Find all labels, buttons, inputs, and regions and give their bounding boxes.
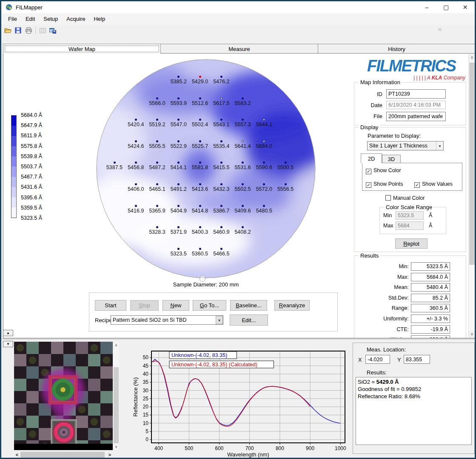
tab-label: History	[388, 46, 405, 52]
tab-wafer-map[interactable]: Wafer Map	[3, 44, 161, 54]
main-tabs: Wafer Map Measure History	[3, 44, 476, 54]
tagline-bars: | | | | |	[413, 75, 426, 81]
wafer-map-image[interactable]	[27, 56, 325, 286]
map-date-input	[386, 101, 446, 109]
tab-2d-label: 2D	[368, 156, 375, 162]
new-button[interactable]: New	[162, 300, 189, 311]
svg-text:Unknown-(-4.02, 83.35): Unknown-(-4.02, 83.35)	[171, 352, 227, 358]
display-group: Display Parameter to Display: Site 1 Lay…	[354, 127, 466, 252]
menu-acquire[interactable]: Acquire	[62, 14, 89, 24]
menu-file[interactable]: File	[4, 14, 21, 24]
camera-vscrollbar[interactable]: ∧ ∨	[113, 342, 119, 450]
parameter-dropdown[interactable]: Site 1 Layer 1 Thickness ▾	[367, 141, 444, 150]
measurement-results-text[interactable]: SiO2 = 5429.0 Å Goodness of fit = 0.9985…	[356, 377, 472, 445]
maximize-icon[interactable]: ▢	[436, 1, 456, 13]
result-label: Std.Dev:	[354, 295, 409, 301]
show-color-option[interactable]: ✓Show Color	[366, 167, 401, 174]
menu-edit[interactable]: Edit	[21, 14, 39, 24]
result-line-gof: Goodness of fit = 0.99852	[358, 385, 470, 393]
scrollbar-thumb[interactable]	[469, 62, 475, 265]
result-value-field[interactable]	[411, 294, 450, 302]
min-label: Min	[383, 212, 392, 218]
result-value-field[interactable]	[411, 314, 450, 323]
recipe-dropdown[interactable]: Pattern Scaled SiO2 on Si TBD ▾	[111, 315, 223, 325]
result-label: Min:	[354, 264, 409, 269]
map-information-title: Map Information	[359, 79, 402, 85]
tagline-suffix: Company	[444, 75, 465, 81]
tab-3d[interactable]: 3D	[382, 155, 401, 163]
scroll-up-icon[interactable]: ∧	[469, 54, 475, 61]
scroll-left-icon[interactable]: <	[14, 451, 20, 458]
checkbox-checked-icon[interactable]: ✓	[366, 182, 371, 188]
tagline-kla: KLA	[432, 75, 442, 81]
meas-location-title: Meas. Location:	[367, 346, 406, 353]
result-value-field[interactable]	[411, 262, 450, 271]
scroll-down-icon[interactable]: ∨	[469, 331, 475, 337]
edit-recipe-button[interactable]: Edit...	[230, 314, 268, 326]
result-row: Std.Dev:	[354, 294, 466, 303]
go-to-button[interactable]: Go To...	[193, 300, 226, 311]
result-value-field[interactable]	[411, 335, 450, 338]
menu-setup[interactable]: Setup	[39, 14, 62, 24]
scroll-up-icon[interactable]: ∧	[113, 342, 119, 348]
minimize-icon[interactable]: –	[417, 1, 436, 13]
chevron-down-icon: ▾	[216, 316, 223, 324]
svg-text:500: 500	[185, 445, 193, 451]
result-value-field[interactable]	[411, 304, 450, 312]
manual-color-option[interactable]: Manual Color	[385, 195, 425, 201]
scrollbar-thumb[interactable]	[20, 452, 105, 458]
parameter-value: Site 1 Layer 1 Thickness	[368, 143, 436, 149]
reanalyze-button[interactable]: Reanalyze	[274, 300, 310, 311]
wafer-notch	[200, 276, 205, 282]
reflectance-chart: 4005006007008009001000051015202530354045…	[132, 347, 348, 458]
svg-text:10: 10	[143, 420, 149, 426]
result-line-ratio: Reflectance Ratio: 8.68%	[358, 393, 470, 400]
tab-2d[interactable]: 2D	[361, 153, 382, 163]
show-values-option[interactable]: ✓Show Values	[414, 181, 453, 188]
result-value-field[interactable]	[411, 273, 450, 281]
replot-button[interactable]: Replot	[395, 238, 428, 249]
menu-help[interactable]: Help	[89, 14, 109, 24]
svg-text:Reflectance (%): Reflectance (%)	[132, 377, 139, 416]
show-points-option[interactable]: ✓Show Points	[366, 181, 403, 188]
checkbox-checked-icon[interactable]: ✓	[414, 182, 420, 188]
scroll-right-icon[interactable]: >	[107, 451, 113, 458]
baseline-button[interactable]: Baseline...	[230, 300, 267, 311]
save-icon[interactable]	[13, 26, 23, 35]
result-label: Max:	[354, 274, 409, 280]
app-icon	[6, 4, 12, 11]
tab-history[interactable]: History	[318, 44, 476, 54]
start-button[interactable]: Start	[95, 300, 126, 311]
scrollbar-thumb[interactable]	[114, 367, 119, 444]
map-id-input[interactable]	[386, 89, 446, 99]
y-coordinate-input[interactable]	[404, 355, 430, 364]
result-line-sio2: SiO2 = 5429.0 Å	[358, 378, 470, 385]
map-file-input[interactable]	[386, 112, 446, 121]
color-scale-range-group: Color Scale Range Min Å Max Å	[379, 207, 446, 234]
camera-hscrollbar[interactable]: < >	[14, 451, 113, 458]
checkbox-checked-icon[interactable]: ✓	[366, 169, 371, 174]
close-icon[interactable]: ✕	[456, 1, 475, 13]
tab-measure[interactable]: Measure	[161, 44, 318, 54]
camera-image[interactable]	[14, 342, 113, 450]
scroll-down-icon[interactable]: ∨	[113, 443, 119, 450]
copy-map-icon[interactable]	[48, 26, 58, 35]
stop-button: Stop	[130, 300, 159, 311]
acquire-icon-disabled	[37, 26, 48, 35]
chevron-down-icon: ▾	[436, 142, 443, 150]
splitter-expand-icon[interactable]: ▲	[3, 330, 13, 336]
tab-label: Measure	[228, 46, 250, 52]
svg-text:900: 900	[306, 445, 314, 451]
result-value-field[interactable]	[411, 283, 450, 292]
splitter-collapse-icon[interactable]: ▼	[3, 341, 13, 347]
sample-diameter-label: Sample Diameter: 200 mm	[121, 281, 291, 288]
svg-text:40: 40	[143, 371, 149, 377]
display-title: Display	[359, 124, 380, 130]
print-icon[interactable]	[23, 26, 34, 35]
x-coordinate-input[interactable]	[365, 355, 390, 364]
result-value-field[interactable]	[411, 325, 450, 334]
open-file-icon[interactable]	[3, 26, 13, 35]
checkbox-unchecked-icon[interactable]	[385, 195, 391, 201]
show-color-label: Show Color	[373, 167, 401, 173]
main-scrollbar[interactable]: ∧ ∨	[468, 54, 475, 337]
